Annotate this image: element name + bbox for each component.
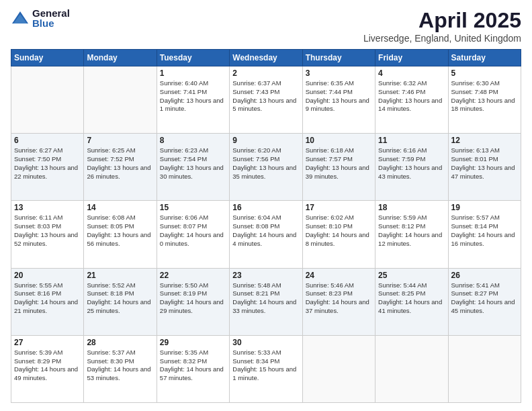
day-info: Sunrise: 6:13 AM Sunset: 8:01 PM Dayligh… <box>451 146 518 181</box>
calendar-week-row: 1Sunrise: 6:40 AM Sunset: 7:41 PM Daylig… <box>11 66 521 134</box>
calendar-cell: 21Sunrise: 5:52 AM Sunset: 8:18 PM Dayli… <box>84 268 157 335</box>
day-number: 17 <box>306 203 372 212</box>
calendar-cell: 6Sunrise: 6:27 AM Sunset: 7:50 PM Daylig… <box>11 134 84 201</box>
day-number: 25 <box>378 271 445 280</box>
day-info: Sunrise: 5:55 AM Sunset: 8:16 PM Dayligh… <box>14 281 81 316</box>
day-number: 27 <box>14 338 81 347</box>
day-number: 8 <box>160 136 226 145</box>
calendar-week-row: 6Sunrise: 6:27 AM Sunset: 7:50 PM Daylig… <box>11 134 521 201</box>
calendar-week-row: 13Sunrise: 6:11 AM Sunset: 8:03 PM Dayli… <box>11 201 521 268</box>
calendar-cell: 26Sunrise: 5:41 AM Sunset: 8:27 PM Dayli… <box>448 268 521 335</box>
calendar-cell: 27Sunrise: 5:39 AM Sunset: 8:29 PM Dayli… <box>11 335 84 402</box>
day-info: Sunrise: 5:44 AM Sunset: 8:25 PM Dayligh… <box>378 281 445 316</box>
calendar-cell: 12Sunrise: 6:13 AM Sunset: 8:01 PM Dayli… <box>448 134 521 201</box>
day-info: Sunrise: 5:41 AM Sunset: 8:27 PM Dayligh… <box>451 281 518 316</box>
calendar-cell: 5Sunrise: 6:30 AM Sunset: 7:48 PM Daylig… <box>448 66 521 134</box>
day-number: 21 <box>87 271 153 280</box>
day-info: Sunrise: 6:25 AM Sunset: 7:52 PM Dayligh… <box>87 146 153 181</box>
calendar-cell: 9Sunrise: 6:20 AM Sunset: 7:56 PM Daylig… <box>230 134 302 201</box>
calendar-body: 1Sunrise: 6:40 AM Sunset: 7:41 PM Daylig… <box>11 66 521 403</box>
day-info: Sunrise: 6:27 AM Sunset: 7:50 PM Dayligh… <box>14 146 81 181</box>
day-info: Sunrise: 5:35 AM Sunset: 8:32 PM Dayligh… <box>160 349 226 383</box>
day-number: 24 <box>306 271 372 280</box>
day-info: Sunrise: 5:52 AM Sunset: 8:18 PM Dayligh… <box>87 281 153 316</box>
day-number: 20 <box>14 271 81 280</box>
day-number: 11 <box>378 136 445 145</box>
day-info: Sunrise: 6:37 AM Sunset: 7:43 PM Dayligh… <box>232 79 299 113</box>
logo-icon <box>11 9 30 28</box>
calendar-cell: 7Sunrise: 6:25 AM Sunset: 7:52 PM Daylig… <box>84 134 157 201</box>
day-number: 4 <box>378 68 445 78</box>
calendar-cell: 30Sunrise: 5:33 AM Sunset: 8:34 PM Dayli… <box>230 335 302 402</box>
day-info: Sunrise: 6:08 AM Sunset: 8:05 PM Dayligh… <box>87 214 153 248</box>
day-info: Sunrise: 5:48 AM Sunset: 8:21 PM Dayligh… <box>232 281 299 316</box>
day-number: 3 <box>306 68 372 78</box>
calendar-cell <box>302 335 375 402</box>
day-info: Sunrise: 6:02 AM Sunset: 8:10 PM Dayligh… <box>306 214 372 248</box>
calendar-cell: 13Sunrise: 6:11 AM Sunset: 8:03 PM Dayli… <box>11 201 84 268</box>
calendar-cell: 18Sunrise: 5:59 AM Sunset: 8:12 PM Dayli… <box>375 201 448 268</box>
calendar-cell <box>84 66 157 134</box>
calendar-cell <box>448 335 521 402</box>
day-info: Sunrise: 5:33 AM Sunset: 8:34 PM Dayligh… <box>232 349 299 383</box>
day-info: Sunrise: 6:23 AM Sunset: 7:54 PM Dayligh… <box>160 146 226 181</box>
day-info: Sunrise: 5:59 AM Sunset: 8:12 PM Dayligh… <box>378 214 445 248</box>
header: General Blue April 2025 Liversedge, Engl… <box>11 8 521 44</box>
day-info: Sunrise: 6:11 AM Sunset: 8:03 PM Dayligh… <box>14 214 81 248</box>
day-number: 9 <box>232 136 299 145</box>
calendar-cell: 22Sunrise: 5:50 AM Sunset: 8:19 PM Dayli… <box>157 268 229 335</box>
calendar-cell: 14Sunrise: 6:08 AM Sunset: 8:05 PM Dayli… <box>84 201 157 268</box>
calendar-week-row: 27Sunrise: 5:39 AM Sunset: 8:29 PM Dayli… <box>11 335 521 402</box>
day-info: Sunrise: 6:32 AM Sunset: 7:46 PM Dayligh… <box>378 79 445 113</box>
day-number: 30 <box>232 338 299 347</box>
calendar-cell: 15Sunrise: 6:06 AM Sunset: 8:07 PM Dayli… <box>157 201 229 268</box>
calendar-cell <box>375 335 448 402</box>
day-info: Sunrise: 6:20 AM Sunset: 7:56 PM Dayligh… <box>232 146 299 181</box>
calendar-cell <box>11 66 84 134</box>
weekday-header-wednesday: Wednesday <box>230 50 302 66</box>
weekday-header-tuesday: Tuesday <box>157 50 229 66</box>
day-info: Sunrise: 6:04 AM Sunset: 8:08 PM Dayligh… <box>232 214 299 248</box>
weekday-header-friday: Friday <box>375 50 448 66</box>
calendar-cell: 25Sunrise: 5:44 AM Sunset: 8:25 PM Dayli… <box>375 268 448 335</box>
calendar-cell: 28Sunrise: 5:37 AM Sunset: 8:30 PM Dayli… <box>84 335 157 402</box>
day-info: Sunrise: 6:40 AM Sunset: 7:41 PM Dayligh… <box>160 79 226 113</box>
day-info: Sunrise: 6:30 AM Sunset: 7:48 PM Dayligh… <box>451 79 518 113</box>
day-number: 18 <box>378 203 445 212</box>
logo: General Blue <box>11 8 70 28</box>
day-info: Sunrise: 5:50 AM Sunset: 8:19 PM Dayligh… <box>160 281 226 316</box>
calendar-cell: 29Sunrise: 5:35 AM Sunset: 8:32 PM Dayli… <box>157 335 229 402</box>
day-info: Sunrise: 6:35 AM Sunset: 7:44 PM Dayligh… <box>306 79 372 113</box>
weekday-header-sunday: Sunday <box>11 50 84 66</box>
title-section: April 2025 Liversedge, England, United K… <box>363 8 521 44</box>
calendar-table: SundayMondayTuesdayWednesdayThursdayFrid… <box>11 49 521 403</box>
calendar-cell: 24Sunrise: 5:46 AM Sunset: 8:23 PM Dayli… <box>302 268 375 335</box>
calendar-cell: 10Sunrise: 6:18 AM Sunset: 7:57 PM Dayli… <box>302 134 375 201</box>
day-number: 5 <box>451 68 518 78</box>
logo-text: General Blue <box>32 8 70 28</box>
logo-general: General <box>32 8 70 18</box>
calendar-cell: 16Sunrise: 6:04 AM Sunset: 8:08 PM Dayli… <box>230 201 302 268</box>
day-number: 19 <box>451 203 518 212</box>
day-info: Sunrise: 6:06 AM Sunset: 8:07 PM Dayligh… <box>160 214 226 248</box>
calendar-cell: 19Sunrise: 5:57 AM Sunset: 8:14 PM Dayli… <box>448 201 521 268</box>
calendar-subtitle: Liversedge, England, United Kingdom <box>363 33 521 44</box>
weekday-header-row: SundayMondayTuesdayWednesdayThursdayFrid… <box>11 50 521 66</box>
day-info: Sunrise: 5:57 AM Sunset: 8:14 PM Dayligh… <box>451 214 518 248</box>
day-number: 14 <box>87 203 153 212</box>
calendar-cell: 17Sunrise: 6:02 AM Sunset: 8:10 PM Dayli… <box>302 201 375 268</box>
day-info: Sunrise: 6:18 AM Sunset: 7:57 PM Dayligh… <box>306 146 372 181</box>
calendar-cell: 8Sunrise: 6:23 AM Sunset: 7:54 PM Daylig… <box>157 134 229 201</box>
weekday-header-monday: Monday <box>84 50 157 66</box>
day-number: 12 <box>451 136 518 145</box>
calendar-cell: 3Sunrise: 6:35 AM Sunset: 7:44 PM Daylig… <box>302 66 375 134</box>
day-info: Sunrise: 5:46 AM Sunset: 8:23 PM Dayligh… <box>306 281 372 316</box>
calendar-cell: 2Sunrise: 6:37 AM Sunset: 7:43 PM Daylig… <box>230 66 302 134</box>
calendar-cell: 11Sunrise: 6:16 AM Sunset: 7:59 PM Dayli… <box>375 134 448 201</box>
calendar-cell: 23Sunrise: 5:48 AM Sunset: 8:21 PM Dayli… <box>230 268 302 335</box>
day-number: 6 <box>14 136 81 145</box>
day-number: 22 <box>160 271 226 280</box>
day-info: Sunrise: 5:37 AM Sunset: 8:30 PM Dayligh… <box>87 349 153 383</box>
weekday-header-thursday: Thursday <box>302 50 375 66</box>
calendar-week-row: 20Sunrise: 5:55 AM Sunset: 8:16 PM Dayli… <box>11 268 521 335</box>
